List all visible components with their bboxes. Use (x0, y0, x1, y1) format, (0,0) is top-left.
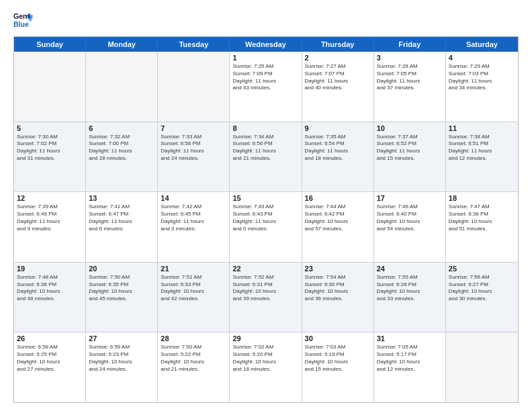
day-info: Sunrise: 7:43 AM Sunset: 6:43 PM Dayligh… (232, 203, 298, 232)
calendar-row-4: 19Sunrise: 7:48 AM Sunset: 6:36 PM Dayli… (14, 262, 518, 332)
day-number: 4 (449, 54, 515, 62)
day-cell-31: 31Sunrise: 7:05 AM Sunset: 5:17 PM Dayli… (374, 332, 446, 402)
day-cell-6: 6Sunrise: 7:32 AM Sunset: 7:00 PM Daylig… (86, 122, 158, 192)
day-info: Sunrise: 7:46 AM Sunset: 6:40 PM Dayligh… (377, 203, 443, 232)
day-cell-4: 4Sunrise: 7:29 AM Sunset: 7:03 PM Daylig… (446, 52, 518, 122)
calendar-header: SundayMondayTuesdayWednesdayThursdayFrid… (14, 37, 518, 52)
day-info: Sunrise: 7:35 AM Sunset: 6:54 PM Dayligh… (305, 134, 371, 163)
day-number: 10 (377, 124, 443, 132)
day-info: Sunrise: 7:25 AM Sunset: 7:09 PM Dayligh… (232, 63, 298, 92)
header-day-monday: Monday (86, 37, 158, 52)
day-cell-10: 10Sunrise: 7:37 AM Sunset: 6:52 PM Dayli… (374, 122, 446, 192)
day-number: 29 (232, 334, 298, 342)
day-info: Sunrise: 7:29 AM Sunset: 7:03 PM Dayligh… (449, 63, 515, 92)
day-cell-5: 5Sunrise: 7:30 AM Sunset: 7:02 PM Daylig… (14, 122, 86, 192)
day-cell-18: 18Sunrise: 7:47 AM Sunset: 6:38 PM Dayli… (446, 192, 518, 262)
day-cell-24: 24Sunrise: 7:55 AM Sunset: 6:28 PM Dayli… (374, 263, 446, 332)
day-info: Sunrise: 7:33 AM Sunset: 6:58 PM Dayligh… (161, 134, 226, 163)
day-number: 18 (449, 194, 515, 202)
day-cell-9: 9Sunrise: 7:35 AM Sunset: 6:54 PM Daylig… (302, 122, 374, 192)
day-info: Sunrise: 7:32 AM Sunset: 7:00 PM Dayligh… (89, 134, 154, 163)
day-cell-22: 22Sunrise: 7:52 AM Sunset: 6:31 PM Dayli… (230, 263, 302, 332)
day-info: Sunrise: 7:47 AM Sunset: 6:38 PM Dayligh… (449, 203, 515, 232)
header-day-friday: Friday (374, 37, 446, 52)
day-cell-27: 27Sunrise: 6:59 AM Sunset: 5:23 PM Dayli… (86, 332, 158, 402)
header-day-tuesday: Tuesday (158, 37, 230, 52)
calendar-row-1: 1Sunrise: 7:25 AM Sunset: 7:09 PM Daylig… (14, 52, 518, 122)
day-number: 9 (305, 124, 371, 132)
day-cell-1: 1Sunrise: 7:25 AM Sunset: 7:09 PM Daylig… (230, 52, 302, 122)
day-info: Sunrise: 7:30 AM Sunset: 7:02 PM Dayligh… (17, 134, 83, 163)
day-info: Sunrise: 7:34 AM Sunset: 6:56 PM Dayligh… (232, 134, 298, 163)
day-info: Sunrise: 7:51 AM Sunset: 6:33 PM Dayligh… (161, 274, 226, 303)
day-info: Sunrise: 7:38 AM Sunset: 6:51 PM Dayligh… (449, 134, 515, 163)
header-day-thursday: Thursday (302, 37, 374, 52)
day-number: 22 (232, 265, 298, 273)
day-cell-16: 16Sunrise: 7:44 AM Sunset: 6:42 PM Dayli… (302, 192, 374, 262)
day-cell-15: 15Sunrise: 7:43 AM Sunset: 6:43 PM Dayli… (230, 192, 302, 262)
day-number: 27 (89, 334, 154, 342)
day-number: 11 (449, 124, 515, 132)
day-number: 12 (17, 194, 83, 202)
page: General Blue SundayMondayTuesdayWednesda… (0, 0, 532, 411)
day-number: 28 (161, 334, 226, 342)
day-cell-11: 11Sunrise: 7:38 AM Sunset: 6:51 PM Dayli… (446, 122, 518, 192)
calendar-row-3: 12Sunrise: 7:39 AM Sunset: 6:49 PM Dayli… (14, 191, 518, 262)
day-cell-2: 2Sunrise: 7:27 AM Sunset: 7:07 PM Daylig… (302, 52, 374, 122)
day-number: 19 (17, 265, 83, 273)
day-number: 15 (232, 194, 298, 202)
day-number: 8 (232, 124, 298, 132)
header-day-saturday: Saturday (446, 37, 518, 52)
svg-text:Blue: Blue (13, 20, 29, 28)
empty-cell (158, 52, 230, 122)
day-cell-13: 13Sunrise: 7:41 AM Sunset: 6:47 PM Dayli… (86, 192, 158, 262)
day-info: Sunrise: 7:56 AM Sunset: 6:27 PM Dayligh… (449, 274, 515, 303)
header: General Blue (13, 11, 519, 30)
day-cell-8: 8Sunrise: 7:34 AM Sunset: 6:56 PM Daylig… (230, 122, 302, 192)
empty-cell (14, 52, 86, 122)
day-number: 3 (377, 54, 443, 62)
calendar-row-5: 26Sunrise: 6:58 AM Sunset: 5:25 PM Dayli… (14, 332, 518, 402)
day-info: Sunrise: 7:39 AM Sunset: 6:49 PM Dayligh… (17, 203, 83, 232)
day-info: Sunrise: 7:52 AM Sunset: 6:31 PM Dayligh… (232, 274, 298, 303)
day-cell-25: 25Sunrise: 7:56 AM Sunset: 6:27 PM Dayli… (446, 263, 518, 332)
day-cell-7: 7Sunrise: 7:33 AM Sunset: 6:58 PM Daylig… (158, 122, 230, 192)
day-info: Sunrise: 7:02 AM Sunset: 5:20 PM Dayligh… (232, 344, 298, 373)
day-number: 1 (232, 54, 298, 62)
day-info: Sunrise: 6:59 AM Sunset: 5:23 PM Dayligh… (89, 344, 154, 373)
day-info: Sunrise: 7:03 AM Sunset: 5:19 PM Dayligh… (305, 344, 371, 373)
day-info: Sunrise: 7:05 AM Sunset: 5:17 PM Dayligh… (377, 344, 443, 373)
day-number: 24 (377, 265, 443, 273)
day-number: 17 (377, 194, 443, 202)
day-info: Sunrise: 7:37 AM Sunset: 6:52 PM Dayligh… (377, 134, 443, 163)
day-number: 6 (89, 124, 154, 132)
logo-icon: General Blue (13, 11, 32, 30)
day-cell-20: 20Sunrise: 7:50 AM Sunset: 6:35 PM Dayli… (86, 263, 158, 332)
day-info: Sunrise: 7:41 AM Sunset: 6:47 PM Dayligh… (89, 203, 154, 232)
day-cell-28: 28Sunrise: 7:00 AM Sunset: 5:22 PM Dayli… (158, 332, 230, 402)
day-number: 2 (305, 54, 371, 62)
day-number: 26 (17, 334, 83, 342)
calendar-row-2: 5Sunrise: 7:30 AM Sunset: 7:02 PM Daylig… (14, 122, 518, 192)
day-info: Sunrise: 6:58 AM Sunset: 5:25 PM Dayligh… (17, 344, 83, 373)
day-cell-3: 3Sunrise: 7:28 AM Sunset: 7:05 PM Daylig… (374, 52, 446, 122)
logo: General Blue (13, 11, 32, 30)
day-number: 14 (161, 194, 226, 202)
day-cell-26: 26Sunrise: 6:58 AM Sunset: 5:25 PM Dayli… (14, 332, 86, 402)
day-number: 16 (305, 194, 371, 202)
empty-cell (86, 52, 158, 122)
day-info: Sunrise: 7:27 AM Sunset: 7:07 PM Dayligh… (305, 63, 371, 92)
day-cell-19: 19Sunrise: 7:48 AM Sunset: 6:36 PM Dayli… (14, 263, 86, 332)
day-info: Sunrise: 7:48 AM Sunset: 6:36 PM Dayligh… (17, 274, 83, 303)
day-cell-30: 30Sunrise: 7:03 AM Sunset: 5:19 PM Dayli… (302, 332, 374, 402)
day-number: 25 (449, 265, 515, 273)
calendar: SundayMondayTuesdayWednesdayThursdayFrid… (13, 36, 519, 403)
header-day-sunday: Sunday (14, 37, 86, 52)
day-number: 30 (305, 334, 371, 342)
day-cell-17: 17Sunrise: 7:46 AM Sunset: 6:40 PM Dayli… (374, 192, 446, 262)
day-cell-23: 23Sunrise: 7:54 AM Sunset: 6:30 PM Dayli… (302, 263, 374, 332)
day-number: 5 (17, 124, 83, 132)
day-number: 20 (89, 265, 154, 273)
day-number: 13 (89, 194, 154, 202)
day-cell-12: 12Sunrise: 7:39 AM Sunset: 6:49 PM Dayli… (14, 192, 86, 262)
